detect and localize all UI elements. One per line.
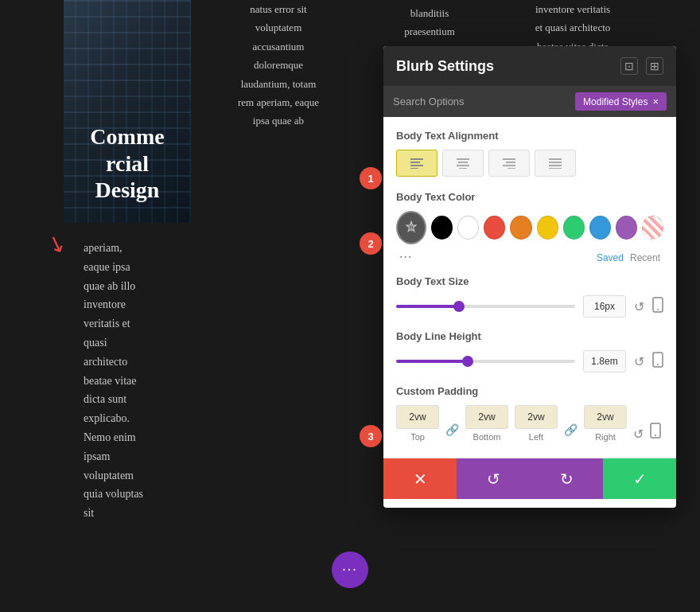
line-height-track[interactable] bbox=[396, 360, 575, 363]
padding-reset[interactable]: ↺ bbox=[633, 427, 644, 442]
panel-header: Blurb Settings ⊡ ⊞ bbox=[383, 46, 676, 86]
color-swatch-orange[interactable] bbox=[510, 216, 531, 240]
text-size-thumb[interactable] bbox=[453, 301, 465, 312]
text-size-track[interactable] bbox=[396, 305, 575, 308]
color-swatch-white[interactable] bbox=[457, 216, 479, 240]
color-swatch-red[interactable] bbox=[484, 216, 505, 240]
alignment-buttons bbox=[396, 150, 663, 177]
undo-button[interactable]: ↺ bbox=[457, 458, 530, 499]
color-swatch-green[interactable] bbox=[563, 216, 585, 240]
col-text-center: natus error sitvoluptatemaccusantiumdolo… bbox=[215, 0, 342, 131]
padding-bottom-label: Bottom bbox=[473, 432, 501, 442]
saved-link[interactable]: Saved bbox=[597, 252, 624, 263]
line-height-slider-row: 1.8em ↺ bbox=[396, 350, 663, 372]
text-size-label: Body Text Size bbox=[396, 275, 663, 287]
modified-styles-close[interactable]: × bbox=[652, 96, 659, 107]
search-options-text[interactable]: Search Options bbox=[393, 96, 465, 107]
svg-point-23 bbox=[655, 435, 656, 436]
svg-point-19 bbox=[657, 309, 659, 310]
padding-left-input[interactable] bbox=[515, 405, 558, 429]
line-height-fill bbox=[396, 360, 468, 363]
color-swatch-black[interactable] bbox=[431, 216, 453, 240]
top-center-text: blanditiispraesentium bbox=[382, 4, 477, 41]
dots-icon: ··· bbox=[342, 562, 358, 579]
padding-device[interactable] bbox=[650, 423, 661, 442]
blurb-settings-panel: Blurb Settings ⊡ ⊞ Search Options Modifi… bbox=[383, 46, 676, 508]
line-height-section: Body Line Height 1.8em ↺ bbox=[396, 330, 663, 372]
padding-right-field: Right bbox=[584, 405, 627, 442]
padding-top-input[interactable] bbox=[396, 405, 439, 429]
float-dots-button[interactable]: ··· bbox=[332, 552, 368, 588]
line-height-reset[interactable]: ↺ bbox=[634, 354, 644, 369]
body-text-left: aperiam,eaque ipsaquae ab illoinventorev… bbox=[84, 239, 203, 523]
panel-header-icons: ⊡ ⊞ bbox=[620, 57, 663, 75]
padding-right-input[interactable] bbox=[584, 405, 627, 429]
text-size-slider-row: 16px ↺ bbox=[396, 295, 663, 318]
step-badge-2: 2 bbox=[360, 232, 382, 255]
redo-button[interactable]: ↻ bbox=[530, 458, 603, 499]
confirm-button[interactable]: ✓ bbox=[603, 458, 676, 499]
color-swatch-yellow[interactable] bbox=[537, 216, 558, 240]
align-left-btn[interactable] bbox=[396, 150, 438, 177]
color-more-dots[interactable]: ··· bbox=[399, 249, 413, 266]
padding-link-icon-1[interactable]: 🔗 bbox=[445, 423, 459, 437]
step-badge-1: 1 bbox=[360, 167, 382, 189]
commercial-design-title: Comme rcial Design bbox=[76, 123, 179, 204]
cancel-button[interactable]: ✕ bbox=[383, 458, 457, 499]
panel-icon-resize[interactable]: ⊡ bbox=[620, 57, 638, 75]
alignment-label: Body Text Alignment bbox=[396, 130, 663, 142]
padding-row: Top 🔗 Bottom Left 🔗 Right ↺ bbox=[396, 405, 663, 442]
line-height-label: Body Line Height bbox=[396, 330, 663, 342]
padding-left-field: Left bbox=[515, 405, 558, 442]
color-picker-button[interactable] bbox=[396, 211, 426, 244]
text-size-fill bbox=[396, 305, 459, 308]
svg-point-21 bbox=[657, 364, 659, 365]
panel-icon-expand[interactable]: ⊞ bbox=[646, 57, 663, 75]
padding-left-label: Left bbox=[529, 432, 543, 442]
line-height-thumb[interactable] bbox=[462, 356, 473, 367]
recent-link[interactable]: Recent bbox=[630, 252, 660, 263]
padding-right-label: Right bbox=[595, 432, 616, 442]
color-swatches-row bbox=[396, 211, 663, 244]
panel-search-bar: Search Options Modified Styles × bbox=[383, 86, 676, 117]
color-swatch-blue[interactable] bbox=[589, 216, 611, 240]
arrow-indicator: ↘ bbox=[44, 228, 70, 259]
step-badge-3: 3 bbox=[360, 425, 382, 447]
color-swatch-custom[interactable] bbox=[642, 216, 663, 240]
padding-bottom-field: Bottom bbox=[465, 405, 508, 442]
align-justify-btn[interactable] bbox=[535, 150, 576, 177]
padding-section: Custom Padding Top 🔗 Bottom Left 🔗 bbox=[396, 385, 663, 442]
color-swatch-purple[interactable] bbox=[616, 216, 637, 240]
padding-bottom-input[interactable] bbox=[465, 405, 508, 429]
panel-title: Blurb Settings bbox=[396, 58, 494, 75]
padding-label: Custom Padding bbox=[396, 385, 663, 397]
panel-body: Body Text Alignment Body Text Color bbox=[383, 117, 676, 458]
text-size-section: Body Text Size 16px ↺ bbox=[396, 275, 663, 318]
align-right-btn[interactable] bbox=[488, 150, 530, 177]
padding-top-field: Top bbox=[396, 405, 439, 442]
line-height-value[interactable]: 1.8em bbox=[583, 350, 626, 372]
text-size-value[interactable]: 16px bbox=[583, 295, 626, 318]
text-size-device[interactable] bbox=[652, 297, 663, 316]
color-label: Body Text Color bbox=[396, 191, 663, 203]
padding-link-icon-2[interactable]: 🔗 bbox=[564, 423, 578, 437]
align-center-btn[interactable] bbox=[442, 150, 484, 177]
text-size-reset[interactable]: ↺ bbox=[634, 299, 644, 314]
modified-styles-badge: Modified Styles × bbox=[575, 92, 667, 111]
padding-top-label: Top bbox=[410, 432, 425, 442]
line-height-device[interactable] bbox=[652, 352, 663, 371]
panel-actions: ✕ ↺ ↻ ✓ bbox=[383, 458, 676, 499]
